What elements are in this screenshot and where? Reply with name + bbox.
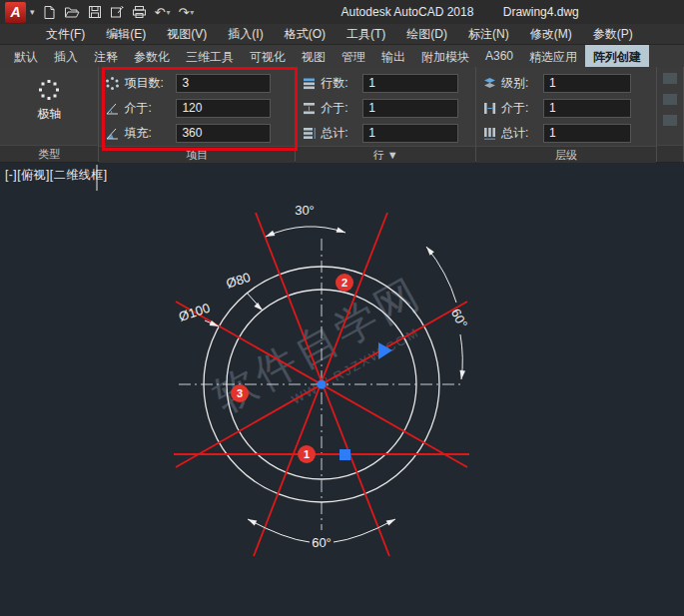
levels-between-row: 介于:: [482, 96, 650, 120]
diameter-100-dim: Ø100: [177, 301, 212, 324]
items-fill-row: 填充:: [105, 121, 289, 145]
tab-array-creation[interactable]: 阵列创建: [585, 45, 649, 67]
angle-top-dim: 30°: [295, 203, 315, 218]
redo-button[interactable]: ↷ ▾: [178, 6, 194, 19]
rows-total-icon: [302, 126, 317, 141]
menu-format[interactable]: 格式(O): [283, 25, 328, 44]
items-count-icon: [105, 76, 120, 91]
rows-count-row: 行数:: [302, 71, 469, 95]
rows-total-label: 总计:: [321, 125, 358, 142]
open-file-button[interactable]: [64, 5, 80, 19]
tab-visualize[interactable]: 可视化: [242, 45, 294, 67]
center-grip[interactable]: [318, 380, 327, 389]
new-file-icon: [42, 5, 56, 20]
save-button[interactable]: [88, 5, 102, 19]
midpoint-grip[interactable]: [340, 449, 350, 460]
items-fill-label: 填充:: [124, 125, 172, 142]
redo-caret-icon[interactable]: ▾: [190, 8, 194, 17]
model-space: [-][俯视][二维线框] 软件自学网 WWW.RJZXW.COM: [0, 163, 684, 616]
panel-title-items: 项目: [99, 146, 295, 163]
menu-tools[interactable]: 工具(T): [344, 25, 387, 44]
plot-button[interactable]: [132, 5, 147, 19]
save-icon: [88, 5, 102, 19]
quick-access-toolbar: ↶ ▾ ↷ ▾: [42, 5, 195, 20]
menu-parametric[interactable]: 参数(P): [591, 25, 635, 44]
undo-icon: ↶: [155, 6, 166, 19]
menu-dimension[interactable]: 标注(N): [466, 25, 511, 44]
app-menu-caret-icon[interactable]: ▾: [30, 7, 35, 17]
tab-parametric[interactable]: 参数化: [126, 45, 178, 67]
panel-levels: 级别: 介于: 总计: 层级: [476, 67, 657, 162]
levels-total-label: 总计:: [501, 125, 539, 142]
panel-title-type: 类型: [0, 145, 98, 162]
rows-total-row: 总计:: [302, 121, 469, 145]
undo-caret-icon[interactable]: ▾: [166, 8, 170, 17]
save-as-button[interactable]: [110, 5, 124, 19]
printer-icon: [132, 5, 147, 19]
tab-manage[interactable]: 管理: [334, 45, 373, 67]
app-title: Autodesk AutoCAD 2018: [342, 5, 474, 19]
ribbon-array-creation: 极轴 类型 项目数: 介于: 填充: 项目: [0, 67, 684, 163]
rows-total-input[interactable]: [362, 124, 458, 143]
rows-between-input[interactable]: [362, 99, 458, 118]
panel-title-levels: 层级: [476, 146, 656, 163]
tab-featured-apps[interactable]: 精选应用: [521, 45, 585, 67]
menu-insert[interactable]: 插入(I): [226, 25, 265, 44]
levels-between-label: 介于:: [501, 100, 539, 117]
new-file-button[interactable]: [42, 5, 56, 20]
rows-count-icon: [302, 76, 317, 91]
items-fill-input[interactable]: [176, 124, 271, 143]
items-angle-between-icon: [105, 101, 120, 116]
title-bar: A ▾ ↶ ▾ ↷ ▾ Autodesk AutoCAD 2018 Drawin…: [0, 0, 684, 24]
tab-3dtools[interactable]: 三维工具: [178, 45, 242, 67]
menu-edit[interactable]: 编辑(E): [104, 25, 148, 44]
tab-view[interactable]: 视图: [294, 45, 334, 67]
menu-draw[interactable]: 绘图(D): [404, 25, 449, 44]
tab-insert[interactable]: 插入: [46, 45, 86, 67]
tab-home[interactable]: 默认: [6, 45, 46, 67]
tab-output[interactable]: 输出: [373, 45, 413, 67]
levels-total-input[interactable]: [543, 124, 631, 143]
viewport-controls[interactable]: [-][俯视][二维线框]: [5, 167, 108, 184]
polar-array-icon: [37, 78, 61, 102]
marker-1-label: 1: [304, 448, 310, 460]
undo-button[interactable]: ↶ ▾: [155, 6, 171, 19]
menu-modify[interactable]: 修改(M): [528, 25, 574, 44]
app-logo-button[interactable]: A: [5, 2, 26, 23]
polar-array-button[interactable]: 极轴: [6, 70, 92, 123]
levels-count-label: 级别:: [501, 75, 539, 92]
levels-count-icon: [482, 76, 497, 91]
panel-title-clipped: [657, 145, 683, 162]
items-count-row: 项目数:: [105, 71, 289, 95]
document-title: Drawing4.dwg: [503, 5, 579, 19]
tab-a360[interactable]: A360: [477, 45, 521, 67]
rows-count-input[interactable]: [362, 74, 458, 93]
rows-count-label: 行数:: [321, 75, 358, 92]
marker-2-label: 2: [342, 277, 347, 289]
menu-file[interactable]: 文件(F): [44, 25, 87, 44]
levels-between-input[interactable]: [543, 99, 631, 118]
levels-count-row: 级别:: [482, 71, 650, 95]
levels-count-input[interactable]: [543, 74, 631, 93]
tab-annotate[interactable]: 注释: [86, 45, 126, 67]
levels-total-icon: [482, 126, 497, 141]
rows-between-label: 介于:: [321, 100, 358, 117]
tab-addins[interactable]: 附加模块: [413, 45, 477, 67]
menu-view[interactable]: 视图(V): [165, 25, 209, 44]
panel-title-rows[interactable]: 行 ▼: [296, 146, 475, 163]
panel-clipped: [657, 67, 684, 162]
items-count-label: 项目数:: [124, 75, 172, 92]
menu-bar: 文件(F) 编辑(E) 视图(V) 插入(I) 格式(O) 工具(T) 绘图(D…: [0, 24, 684, 45]
panel-items: 项目数: 介于: 填充: 项目: [99, 67, 296, 162]
levels-total-row: 总计:: [482, 121, 650, 145]
items-count-input[interactable]: [176, 74, 271, 93]
clipped-icon: [663, 115, 677, 126]
ribbon-tab-bar: 默认 插入 注释 参数化 三维工具 可视化 视图 管理 输出 附加模块 A360…: [0, 45, 684, 67]
open-folder-icon: [64, 5, 80, 19]
diameter-80-dim: Ø80: [225, 270, 253, 292]
items-fill-angle-icon: [105, 126, 120, 141]
items-between-input[interactable]: [176, 99, 271, 118]
redo-icon: ↷: [178, 6, 189, 19]
watermark: 软件自学网 WWW.RJZXW.COM: [206, 269, 439, 439]
panel-rows: 行数: 介于: 总计: 行 ▼: [296, 67, 476, 162]
